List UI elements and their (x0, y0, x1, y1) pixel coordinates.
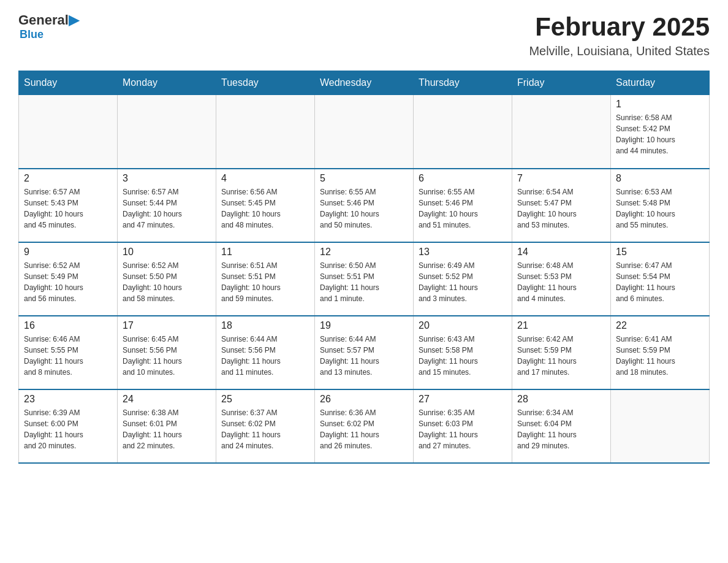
calendar-cell (611, 389, 710, 463)
calendar-week-3: 9Sunrise: 6:52 AM Sunset: 5:49 PM Daylig… (19, 242, 710, 316)
day-number: 17 (123, 320, 211, 331)
day-info: Sunrise: 6:38 AM Sunset: 6:01 PM Dayligh… (123, 407, 211, 451)
calendar-cell: 10Sunrise: 6:52 AM Sunset: 5:50 PM Dayli… (118, 242, 216, 316)
day-info: Sunrise: 6:56 AM Sunset: 5:45 PM Dayligh… (221, 186, 309, 231)
page-header: General ▶ Blue February 2025 Melville, L… (18, 12, 710, 58)
day-number: 4 (221, 173, 309, 184)
day-header-thursday: Thursday (414, 71, 512, 95)
day-header-sunday: Sunday (19, 71, 118, 95)
day-info: Sunrise: 6:34 AM Sunset: 6:04 PM Dayligh… (517, 407, 605, 451)
day-info: Sunrise: 6:44 AM Sunset: 5:57 PM Dayligh… (320, 334, 408, 378)
day-info: Sunrise: 6:55 AM Sunset: 5:46 PM Dayligh… (419, 186, 507, 231)
day-number: 22 (616, 320, 704, 331)
calendar-cell: 27Sunrise: 6:35 AM Sunset: 6:03 PM Dayli… (414, 389, 512, 463)
calendar-cell: 13Sunrise: 6:49 AM Sunset: 5:52 PM Dayli… (414, 242, 512, 316)
calendar-cell: 2Sunrise: 6:57 AM Sunset: 5:43 PM Daylig… (19, 169, 118, 242)
calendar-cell: 4Sunrise: 6:56 AM Sunset: 5:45 PM Daylig… (216, 169, 315, 242)
calendar-week-2: 2Sunrise: 6:57 AM Sunset: 5:43 PM Daylig… (19, 169, 710, 242)
logo: General ▶ Blue (18, 12, 79, 41)
day-number: 9 (24, 247, 112, 258)
logo-blue-part: ▶ (69, 12, 79, 28)
day-number: 13 (419, 247, 507, 258)
calendar-cell: 9Sunrise: 6:52 AM Sunset: 5:49 PM Daylig… (19, 242, 118, 316)
day-header-wednesday: Wednesday (315, 71, 414, 95)
day-info: Sunrise: 6:42 AM Sunset: 5:59 PM Dayligh… (517, 334, 605, 378)
subtitle: Melville, Louisiana, United States (529, 44, 710, 58)
day-number: 26 (320, 394, 408, 405)
day-info: Sunrise: 6:54 AM Sunset: 5:47 PM Dayligh… (517, 186, 605, 231)
calendar-week-1: 1Sunrise: 6:58 AM Sunset: 5:42 PM Daylig… (19, 95, 710, 169)
day-number: 20 (419, 320, 507, 331)
day-info: Sunrise: 6:37 AM Sunset: 6:02 PM Dayligh… (221, 407, 309, 451)
day-info: Sunrise: 6:49 AM Sunset: 5:52 PM Dayligh… (419, 260, 507, 304)
calendar-cell: 20Sunrise: 6:43 AM Sunset: 5:58 PM Dayli… (414, 316, 512, 389)
day-info: Sunrise: 6:41 AM Sunset: 5:59 PM Dayligh… (616, 334, 704, 378)
day-info: Sunrise: 6:35 AM Sunset: 6:03 PM Dayligh… (419, 407, 507, 451)
day-info: Sunrise: 6:57 AM Sunset: 5:43 PM Dayligh… (24, 186, 112, 231)
day-info: Sunrise: 6:50 AM Sunset: 5:51 PM Dayligh… (320, 260, 408, 304)
day-header-friday: Friday (512, 71, 611, 95)
calendar-cell (19, 95, 118, 169)
title-section: February 2025 Melville, Louisiana, Unite… (529, 12, 710, 58)
calendar-cell: 12Sunrise: 6:50 AM Sunset: 5:51 PM Dayli… (315, 242, 414, 316)
day-info: Sunrise: 6:52 AM Sunset: 5:49 PM Dayligh… (24, 260, 112, 304)
logo-blue-text: Blue (20, 28, 44, 41)
calendar-cell: 18Sunrise: 6:44 AM Sunset: 5:56 PM Dayli… (216, 316, 315, 389)
calendar-cell (414, 95, 512, 169)
calendar-cell: 1Sunrise: 6:58 AM Sunset: 5:42 PM Daylig… (611, 95, 710, 169)
day-number: 11 (221, 247, 309, 258)
day-number: 14 (517, 247, 605, 258)
day-info: Sunrise: 6:52 AM Sunset: 5:50 PM Dayligh… (123, 260, 211, 304)
calendar-cell (315, 95, 414, 169)
day-info: Sunrise: 6:51 AM Sunset: 5:51 PM Dayligh… (221, 260, 309, 304)
day-header-saturday: Saturday (611, 71, 710, 95)
calendar-cell: 6Sunrise: 6:55 AM Sunset: 5:46 PM Daylig… (414, 169, 512, 242)
calendar-header-row: SundayMondayTuesdayWednesdayThursdayFrid… (19, 71, 710, 95)
calendar-cell: 7Sunrise: 6:54 AM Sunset: 5:47 PM Daylig… (512, 169, 611, 242)
day-info: Sunrise: 6:44 AM Sunset: 5:56 PM Dayligh… (221, 334, 309, 378)
calendar-cell: 28Sunrise: 6:34 AM Sunset: 6:04 PM Dayli… (512, 389, 611, 463)
day-info: Sunrise: 6:36 AM Sunset: 6:02 PM Dayligh… (320, 407, 408, 451)
day-number: 1 (616, 99, 704, 110)
calendar: SundayMondayTuesdayWednesdayThursdayFrid… (18, 71, 710, 464)
day-info: Sunrise: 6:39 AM Sunset: 6:00 PM Dayligh… (24, 407, 112, 451)
calendar-cell: 3Sunrise: 6:57 AM Sunset: 5:44 PM Daylig… (118, 169, 216, 242)
day-info: Sunrise: 6:57 AM Sunset: 5:44 PM Dayligh… (123, 186, 211, 231)
day-header-monday: Monday (118, 71, 216, 95)
calendar-cell: 8Sunrise: 6:53 AM Sunset: 5:48 PM Daylig… (611, 169, 710, 242)
day-info: Sunrise: 6:48 AM Sunset: 5:53 PM Dayligh… (517, 260, 605, 304)
calendar-cell: 11Sunrise: 6:51 AM Sunset: 5:51 PM Dayli… (216, 242, 315, 316)
day-info: Sunrise: 6:58 AM Sunset: 5:42 PM Dayligh… (616, 112, 704, 156)
calendar-cell (118, 95, 216, 169)
day-number: 12 (320, 247, 408, 258)
day-number: 21 (517, 320, 605, 331)
day-number: 8 (616, 173, 704, 184)
day-number: 6 (419, 173, 507, 184)
calendar-cell: 19Sunrise: 6:44 AM Sunset: 5:57 PM Dayli… (315, 316, 414, 389)
day-number: 18 (221, 320, 309, 331)
calendar-week-4: 16Sunrise: 6:46 AM Sunset: 5:55 PM Dayli… (19, 316, 710, 389)
calendar-cell: 22Sunrise: 6:41 AM Sunset: 5:59 PM Dayli… (611, 316, 710, 389)
calendar-cell: 24Sunrise: 6:38 AM Sunset: 6:01 PM Dayli… (118, 389, 216, 463)
day-number: 7 (517, 173, 605, 184)
calendar-cell: 25Sunrise: 6:37 AM Sunset: 6:02 PM Dayli… (216, 389, 315, 463)
calendar-cell: 23Sunrise: 6:39 AM Sunset: 6:00 PM Dayli… (19, 389, 118, 463)
day-number: 2 (24, 173, 112, 184)
day-number: 10 (123, 247, 211, 258)
calendar-cell: 17Sunrise: 6:45 AM Sunset: 5:56 PM Dayli… (118, 316, 216, 389)
calendar-cell: 26Sunrise: 6:36 AM Sunset: 6:02 PM Dayli… (315, 389, 414, 463)
day-number: 23 (24, 394, 112, 405)
calendar-cell: 14Sunrise: 6:48 AM Sunset: 5:53 PM Dayli… (512, 242, 611, 316)
day-info: Sunrise: 6:46 AM Sunset: 5:55 PM Dayligh… (24, 334, 112, 378)
day-info: Sunrise: 6:45 AM Sunset: 5:56 PM Dayligh… (123, 334, 211, 378)
calendar-cell: 15Sunrise: 6:47 AM Sunset: 5:54 PM Dayli… (611, 242, 710, 316)
day-number: 5 (320, 173, 408, 184)
day-number: 15 (616, 247, 704, 258)
day-info: Sunrise: 6:53 AM Sunset: 5:48 PM Dayligh… (616, 186, 704, 231)
calendar-week-5: 23Sunrise: 6:39 AM Sunset: 6:00 PM Dayli… (19, 389, 710, 463)
day-number: 24 (123, 394, 211, 405)
day-number: 16 (24, 320, 112, 331)
day-info: Sunrise: 6:55 AM Sunset: 5:46 PM Dayligh… (320, 186, 408, 231)
day-number: 27 (419, 394, 507, 405)
main-title: February 2025 (529, 12, 710, 42)
